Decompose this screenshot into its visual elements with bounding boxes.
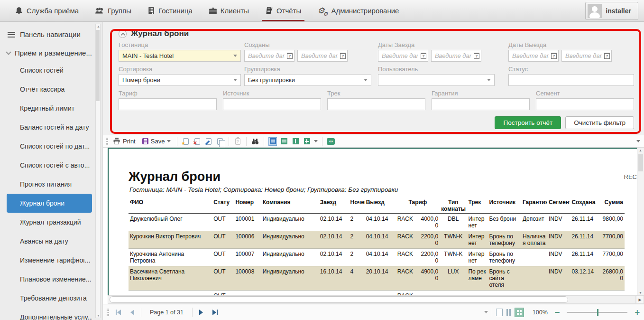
- sidebar-item-advances[interactable]: Авансы на дату: [0, 232, 92, 251]
- continuous-view-button[interactable]: [280, 137, 288, 146]
- col-total: Сумма: [599, 198, 625, 214]
- sidebar-header[interactable]: Панель навигации: [0, 22, 102, 41]
- track-input[interactable]: [327, 98, 425, 110]
- zoom-in-button[interactable]: +: [634, 308, 640, 317]
- calendar-icon[interactable]: [287, 53, 293, 59]
- save-dropdown-icon[interactable]: [167, 140, 171, 142]
- single-page-view-button[interactable]: [268, 137, 277, 146]
- report-horizontal-scrollbar[interactable]: ▶: [108, 295, 644, 304]
- sidebar-item-tariff-change[interactable]: Изменение тарифног...: [0, 251, 92, 270]
- save-button[interactable]: Save: [140, 138, 173, 145]
- sidebar-item-extra-services[interactable]: Дополнительные услу...: [0, 308, 92, 320]
- two-page-view-icon: [293, 138, 299, 144]
- segment-input[interactable]: [536, 98, 634, 110]
- zoom-out-button[interactable]: −: [554, 308, 561, 317]
- continuous-view-icon: [281, 138, 287, 144]
- scroll-right-icon[interactable]: ▶: [636, 295, 644, 304]
- nav-item-groups[interactable]: Группы: [87, 0, 139, 21]
- zoom-slider-handle[interactable]: [597, 309, 598, 316]
- scrollbar-track[interactable]: [108, 295, 636, 304]
- scrollbar-thumb[interactable]: [110, 296, 568, 303]
- delete-page-button[interactable]: [193, 137, 202, 146]
- user-select[interactable]: [378, 74, 495, 86]
- sidebar-item-guests-auto[interactable]: Список гостей с авто...: [0, 156, 92, 175]
- calendar-icon[interactable]: [604, 53, 610, 59]
- scroll-up-icon[interactable]: ▲: [97, 25, 100, 28]
- scroll-up-icon[interactable]: ▲: [639, 149, 642, 152]
- table-row[interactable]: Васечкина Светлана НиколаевичOUT 100008И…: [129, 266, 625, 291]
- new-page-button[interactable]: [182, 137, 190, 146]
- calendar-icon[interactable]: [421, 53, 426, 59]
- page-layout-fit-icon[interactable]: [506, 309, 511, 316]
- table-row[interactable]: Курочкин Виктор ПетровичOUT 100006Индиви…: [129, 231, 625, 249]
- multi-page-view-button[interactable]: [303, 137, 311, 146]
- print-button[interactable]: Print: [111, 138, 138, 145]
- find-button[interactable]: [251, 137, 259, 146]
- table-row[interactable]: Курочкина Антонина ПетровнаOUT 100007Инд…: [129, 249, 625, 266]
- sidebar-item-meal-forecast[interactable]: Прогноз питания: [0, 175, 92, 194]
- hotel-select[interactable]: MAIN - Tesla Hotel: [119, 50, 241, 62]
- sidebar-item-booking-journal[interactable]: Журнал брони: [7, 194, 92, 213]
- nav-item-administration[interactable]: ⚙⚙ Администрирование: [309, 0, 407, 21]
- report-page: REC Журнал брони Гостиница: MAIN - Tesla…: [108, 148, 637, 295]
- nav-item-hotel[interactable]: Гостиница: [139, 0, 201, 21]
- sidebar-item-credit-limit[interactable]: Кредитный лимит: [0, 99, 92, 118]
- sidebar-item-planned-change[interactable]: Плановое изменение...: [0, 270, 92, 289]
- scroll-down-icon[interactable]: ▼: [639, 291, 642, 294]
- user-name: installer: [606, 7, 631, 15]
- created-dates-label: Созданы: [244, 41, 378, 48]
- status-input[interactable]: [508, 74, 634, 86]
- table-row-partial[interactable]: OUT RACK: [129, 291, 625, 296]
- col-source: Источник: [488, 198, 521, 214]
- edit-page-button[interactable]: [204, 137, 213, 146]
- sidebar-scrollbar[interactable]: ▲ ▼: [95, 24, 101, 318]
- toolbar-grip[interactable]: [106, 138, 108, 145]
- user-label: Пользователь: [378, 66, 508, 73]
- group-select[interactable]: Без группировки: [244, 74, 371, 86]
- user-menu-button[interactable]: installer: [585, 2, 638, 20]
- toolbar-overflow-icon[interactable]: [636, 140, 640, 142]
- scrollbar-thumb[interactable]: [96, 30, 100, 101]
- calendar-icon[interactable]: [551, 53, 557, 59]
- last-page-button[interactable]: [210, 310, 221, 315]
- status-label: Статус: [508, 66, 634, 73]
- sidebar-item-cashier-report[interactable]: Отчёт кассира: [0, 80, 92, 99]
- table-row[interactable]: Дружелюбный ОлегOUT 100001Индивидуально …: [129, 214, 625, 231]
- clear-filter-button[interactable]: Очистить фильтр: [565, 116, 634, 129]
- nav-item-reception[interactable]: Служба приёма: [7, 0, 87, 21]
- sidebar-section-reception[interactable]: Приём и размещение...: [0, 41, 102, 61]
- zoom-slider[interactable]: [567, 312, 627, 313]
- tariff-input[interactable]: [119, 98, 217, 110]
- source-input[interactable]: [223, 98, 321, 110]
- page-layout-single-icon[interactable]: [496, 309, 503, 316]
- next-page-button[interactable]: [196, 310, 206, 315]
- scroll-down-icon[interactable]: ▼: [97, 314, 100, 317]
- nav-item-clients[interactable]: Клиенты: [201, 0, 257, 21]
- sort-select[interactable]: Номер брони: [119, 74, 241, 86]
- statusbar-grip[interactable]: [107, 309, 109, 316]
- copy-page-button[interactable]: [216, 137, 224, 146]
- sidebar-item-deposit-requirement[interactable]: Требование депозита: [0, 289, 92, 308]
- scrollbar-thumb[interactable]: [638, 154, 643, 171]
- sidebar-item-guests-by-date[interactable]: Список гостей по дат...: [0, 137, 92, 156]
- col-room-type: Тип комнаты: [440, 198, 467, 214]
- two-page-view-button[interactable]: [291, 137, 300, 146]
- statusbar-dropdown-icon[interactable]: [484, 311, 488, 313]
- first-page-button[interactable]: [113, 310, 124, 315]
- previous-page-button[interactable]: [128, 310, 137, 315]
- view-dropdown-icon[interactable]: [314, 140, 318, 142]
- nav-item-reports[interactable]: Отчёты: [257, 0, 309, 21]
- calendar-icon[interactable]: [340, 53, 346, 59]
- collapse-panel-icon[interactable]: [119, 30, 127, 38]
- fit-width-button[interactable]: ↔: [327, 138, 335, 145]
- calendar-icon[interactable]: [474, 53, 479, 59]
- sidebar-item-guest-balance[interactable]: Баланс гостей на дату: [0, 118, 92, 137]
- guarantee-input[interactable]: [432, 98, 530, 110]
- build-report-button[interactable]: Построить отчёт: [495, 116, 561, 129]
- print-label: Print: [123, 138, 136, 145]
- tariff-label: Тариф: [119, 90, 217, 97]
- sidebar-item-transaction-journal[interactable]: Журнал транзакций: [0, 213, 92, 232]
- sidebar-item-guest-list[interactable]: Список гостей: [0, 61, 92, 80]
- page-layout-grid-icon[interactable]: [515, 308, 524, 317]
- report-vertical-scrollbar[interactable]: ▲ ▼: [637, 148, 644, 295]
